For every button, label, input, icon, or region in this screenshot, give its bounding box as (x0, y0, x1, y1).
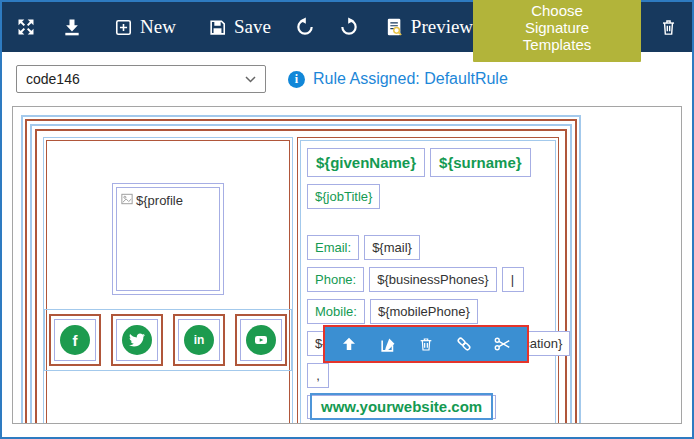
delete-template-button[interactable] (659, 17, 678, 37)
save-button[interactable]: Save (208, 16, 271, 38)
trash-icon (418, 335, 434, 353)
main-toolbar: New Save (2, 2, 692, 52)
app-window: New Save (0, 0, 694, 439)
social-item-youtube[interactable] (235, 314, 287, 366)
redo-icon (339, 17, 359, 37)
template-select-value: code146 (26, 71, 80, 87)
profile-image-inner: ${profile (116, 187, 220, 291)
edit-icon (379, 335, 398, 354)
edit-button[interactable] (379, 335, 398, 354)
field-mobile-phone[interactable]: ${mobilePhone} (370, 299, 478, 324)
signature-left-cell-inner: ${profile f (46, 140, 290, 424)
link-icon (455, 335, 473, 353)
email-label[interactable]: Email: (307, 235, 359, 260)
profile-placeholder-text: ${profile (136, 193, 183, 208)
social-icons-row: f (44, 309, 292, 371)
signature-right-cell-inner: ${givenName} ${surname} ${jobTitle} Emai… (300, 140, 556, 424)
delete-element-button[interactable] (418, 335, 434, 353)
field-surname[interactable]: ${surname} (430, 148, 531, 177)
nested-border-1: ${profile f (21, 115, 581, 424)
phone-separator[interactable]: | (502, 267, 524, 292)
move-up-button[interactable] (340, 335, 358, 353)
arrow-up-icon (340, 335, 358, 353)
social-twitter-frame (116, 319, 158, 361)
nested-border-4: ${profile f (35, 129, 567, 424)
signature-left-cell: ${profile f (43, 137, 293, 424)
cut-button[interactable] (493, 335, 512, 353)
selector-row: code146 i Rule Assigned: DefaultRule (2, 52, 692, 99)
signature-editor-canvas[interactable]: ${profile f (12, 106, 682, 424)
field-job-title[interactable]: ${jobTitle} (307, 184, 380, 209)
scissors-icon (493, 335, 512, 353)
social-facebook-frame: f (54, 319, 96, 361)
rule-assigned-text: Rule Assigned: DefaultRule (313, 70, 508, 88)
new-button[interactable]: New (114, 16, 176, 38)
floppy-save-icon (208, 18, 227, 37)
chevron-down-icon (245, 76, 256, 83)
signature-right-cell: ${givenName} ${surname} ${jobTitle} Emai… (297, 137, 559, 424)
rule-assigned: i Rule Assigned: DefaultRule (288, 70, 508, 88)
comma-separator-2[interactable]: , (307, 363, 329, 388)
field-given-name[interactable]: ${givenName} (307, 148, 425, 177)
field-website[interactable]: www.yourwebsite.com (310, 393, 493, 420)
preview-button-label: Preview (411, 16, 473, 38)
broken-image-icon (121, 193, 133, 205)
linkedin-glyph: in (194, 333, 205, 347)
signature-table-row: ${profile f (43, 137, 559, 424)
element-edit-toolbar (323, 325, 529, 363)
trash-icon (659, 17, 678, 37)
preview-button[interactable]: Preview (385, 16, 473, 38)
profile-image-placeholder[interactable]: ${profile (112, 183, 224, 295)
undo-button[interactable] (295, 17, 315, 37)
facebook-icon[interactable]: f (60, 325, 90, 355)
social-item-linkedin[interactable]: in (173, 314, 225, 366)
nested-border-2: ${profile f (25, 119, 577, 424)
expand-button[interactable] (16, 17, 36, 37)
social-linkedin-frame: in (178, 319, 220, 361)
save-button-label: Save (234, 16, 271, 38)
social-youtube-frame (240, 319, 282, 361)
twitter-icon[interactable] (122, 325, 152, 355)
mobile-label[interactable]: Mobile: (307, 299, 365, 324)
new-button-label: New (140, 16, 176, 38)
preview-icon (385, 17, 404, 37)
download-icon (62, 17, 82, 37)
social-item-facebook[interactable]: f (49, 314, 101, 366)
website-cell: www.yourwebsite.com (307, 395, 496, 419)
youtube-icon[interactable] (246, 325, 276, 355)
row-spacer (307, 216, 549, 228)
social-item-twitter[interactable] (111, 314, 163, 366)
phone-label[interactable]: Phone: (307, 267, 364, 292)
download-button[interactable] (62, 17, 82, 37)
linkedin-icon[interactable]: in (184, 325, 214, 355)
info-icon: i (288, 71, 305, 88)
plus-square-icon (114, 18, 133, 37)
field-business-phones[interactable]: ${businessPhones} (369, 267, 496, 292)
field-mail[interactable]: ${mail} (364, 235, 420, 260)
facebook-glyph: f (73, 332, 78, 349)
expand-arrows-icon (16, 17, 36, 37)
redo-button[interactable] (339, 17, 359, 37)
nested-border-3: ${profile f (30, 124, 572, 424)
undo-icon (295, 17, 315, 37)
link-button[interactable] (455, 335, 473, 353)
template-select[interactable]: code146 (16, 65, 266, 93)
